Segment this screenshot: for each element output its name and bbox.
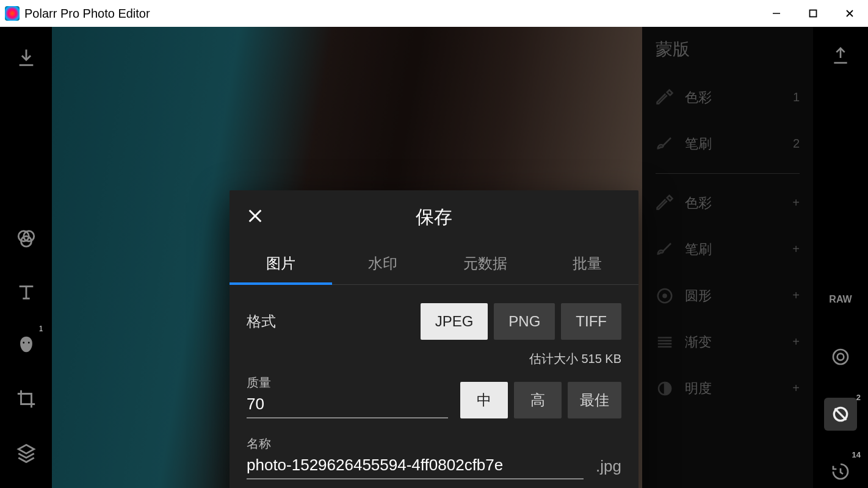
mask-panel: 蒙版 色彩 1 笔刷 2 色彩 + 笔刷 + 圆形 + 渐变	[642, 27, 813, 488]
mask-item-label: 色彩	[685, 194, 712, 212]
filename-input[interactable]	[247, 454, 584, 479]
plus-icon: +	[792, 289, 800, 303]
mask-item-label: 明度	[685, 379, 712, 398]
layers-button[interactable]	[8, 434, 45, 471]
tab-batch[interactable]: 批量	[537, 244, 639, 284]
size-estimate: 估计大小 515 KB	[247, 351, 621, 367]
tab-metadata[interactable]: 元数据	[434, 244, 537, 284]
dialog-title: 保存	[416, 205, 452, 230]
svg-point-8	[664, 294, 667, 297]
mask-item-label: 色彩	[685, 88, 712, 107]
quality-preset-group: 中 高 最佳	[460, 382, 621, 418]
name-label: 名称	[247, 436, 584, 452]
save-dialog: 保存 图片 水印 元数据 批量 格式 JPEG PNG TIFF 估计大小 51…	[230, 190, 638, 488]
mask-item-color-add[interactable]: 色彩 +	[656, 181, 800, 225]
export-button[interactable]	[824, 39, 857, 72]
app-body: 1 蒙版 色彩 1 笔刷 2 色彩 +	[0, 27, 868, 488]
swirl-tool-button[interactable]	[824, 340, 857, 373]
file-extension: .jpg	[596, 457, 621, 479]
brush-icon	[656, 240, 674, 259]
mask-item-radial-add[interactable]: 圆形 +	[656, 274, 800, 318]
import-button[interactable]	[8, 39, 45, 76]
mask-item-count: 1	[793, 90, 800, 104]
history-button[interactable]: 14	[824, 455, 857, 488]
mask-item-label: 笔刷	[685, 240, 712, 259]
format-png-button[interactable]: PNG	[494, 303, 555, 340]
close-button[interactable]	[831, 0, 868, 27]
mask-item-brush-add[interactable]: 笔刷 +	[656, 228, 800, 271]
plus-icon: +	[792, 242, 800, 256]
history-badge: 14	[852, 450, 861, 459]
mask-item-color-1[interactable]: 色彩 1	[656, 76, 800, 120]
text-tool-button[interactable]	[8, 273, 45, 310]
format-tiff-button[interactable]: TIFF	[561, 303, 621, 340]
quality-best-button[interactable]: 最佳	[568, 382, 621, 418]
minimize-button[interactable]	[758, 0, 795, 27]
tab-watermark[interactable]: 水印	[332, 244, 435, 284]
format-label: 格式	[247, 312, 276, 331]
mask-panel-title: 蒙版	[656, 38, 800, 61]
quality-label: 质量	[247, 375, 448, 391]
left-toolbar: 1	[0, 27, 52, 488]
tab-image[interactable]: 图片	[230, 244, 332, 284]
mask-item-label: 圆形	[685, 287, 712, 305]
face-badge: 1	[39, 325, 43, 333]
face-tool-button[interactable]: 1	[8, 327, 45, 364]
close-dialog-button[interactable]	[247, 207, 264, 229]
raw-label: RAW	[829, 294, 852, 305]
gradient-icon	[656, 333, 674, 351]
denoise-badge: 2	[856, 393, 861, 402]
svg-point-11	[837, 354, 844, 361]
plus-icon: +	[792, 381, 800, 395]
mask-item-gradient-add[interactable]: 渐变 +	[656, 320, 800, 364]
quality-input[interactable]	[247, 393, 448, 418]
svg-point-10	[833, 350, 848, 364]
format-jpeg-button[interactable]: JPEG	[421, 303, 488, 340]
maximize-button[interactable]	[795, 0, 831, 27]
quality-mid-button[interactable]: 中	[460, 382, 508, 418]
window-title: Polarr Pro Photo Editor	[24, 7, 150, 21]
app-logo-icon	[5, 6, 20, 21]
plus-icon: +	[792, 196, 800, 210]
eyedropper-icon	[656, 88, 674, 107]
plus-icon: +	[792, 335, 800, 349]
mask-item-brush-1[interactable]: 笔刷 2	[656, 122, 800, 166]
raw-button[interactable]: RAW	[824, 283, 857, 316]
mask-item-luminance-add[interactable]: 明度 +	[656, 367, 800, 411]
svg-rect-1	[810, 10, 817, 17]
format-group: JPEG PNG TIFF	[421, 303, 621, 340]
crop-tool-button[interactable]	[8, 381, 45, 417]
filters-button[interactable]	[8, 220, 45, 256]
luminance-icon	[656, 379, 674, 398]
eyedropper-icon	[656, 194, 674, 212]
circle-icon	[656, 287, 674, 305]
mask-item-label: 笔刷	[685, 135, 712, 153]
denoise-tool-button[interactable]: 2	[824, 398, 857, 431]
window-titlebar: Polarr Pro Photo Editor	[0, 0, 868, 27]
mask-item-count: 2	[793, 137, 800, 151]
right-toolbar: RAW 2 14	[813, 27, 868, 488]
quality-high-button[interactable]: 高	[514, 382, 562, 418]
mask-item-label: 渐变	[685, 333, 712, 351]
dialog-tabs: 图片 水印 元数据 批量	[230, 244, 638, 285]
brush-icon	[656, 135, 674, 153]
